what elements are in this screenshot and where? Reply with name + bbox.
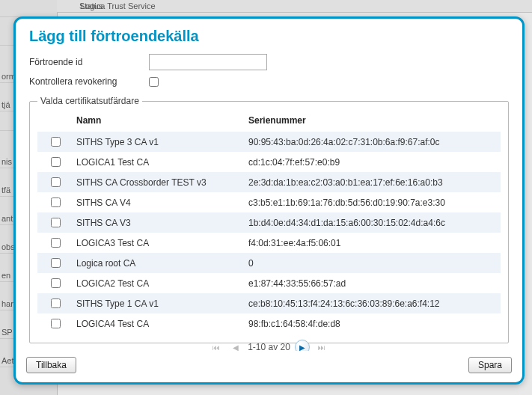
issuers-table: Namn Serienummer SITHS Type 3 CA v190:95… [37, 111, 501, 334]
table-row[interactable]: SITHS Type 1 CA v1ce:b8:10:45:13:f4:24:1… [37, 293, 501, 313]
page-next-icon[interactable]: ▶ [295, 340, 310, 351]
col-header-serial: Serienummer [245, 111, 501, 132]
form-row-trust-id: Förtroende id [29, 54, 509, 70]
table-row[interactable]: SITHS CA Crossborder TEST v32e:3d:da:1b:… [37, 172, 501, 192]
dialog-body: Förtroende id Kontrollera revokering Val… [16, 51, 522, 351]
row-checkbox-cell [37, 212, 73, 233]
row-serial: 2e:3d:da:1b:ea:c2:03:a0:b1:ea:17:ef:6e:1… [245, 172, 501, 192]
row-name: Logica root CA [73, 253, 245, 273]
row-serial: 0 [245, 253, 501, 273]
table-row[interactable]: LOGICA4 Test CA98:fb:c1:64:58:4f:de:d8 [37, 313, 501, 334]
table-row[interactable]: SITHS CA V4c3:b5:e1:1b:69:1a:76:db:5d:56… [37, 192, 501, 212]
row-name: LOGICA3 Test CA [73, 233, 245, 253]
row-checkbox[interactable] [51, 258, 61, 268]
table-row[interactable]: LOGICA2 Test CAe1:87:44:33:55:66:57:ad [37, 273, 501, 293]
bg-header-value: Logica Trust Service [81, 1, 156, 10]
row-checkbox-cell [37, 293, 73, 313]
row-name: SITHS CA V3 [73, 212, 245, 233]
row-checkbox[interactable] [51, 157, 61, 167]
table-row[interactable]: LOGICA1 Test CAcd:1c:04:7f:ef:57:e0:b9 [37, 152, 501, 172]
row-serial: 98:fb:c1:64:58:4f:de:d8 [245, 313, 501, 334]
page-last-icon: ⏭ [314, 340, 329, 351]
col-header-name: Namn [73, 111, 245, 132]
row-serial: f4:0d:31:ee:4a:f5:06:01 [245, 233, 501, 253]
paginator-text: 1-10 av 20 [248, 342, 290, 351]
issuers-legend: Valda certifikatsutfärdare [37, 96, 142, 106]
row-serial: c3:b5:e1:1b:69:1a:76:db:5d:56:d0:19:90:7… [245, 192, 501, 212]
row-name: LOGICA4 Test CA [73, 313, 245, 334]
row-checkbox[interactable] [51, 177, 61, 187]
revoke-checkbox[interactable] [149, 77, 159, 87]
table-row[interactable]: Logica root CA0 [37, 253, 501, 273]
row-checkbox[interactable] [51, 298, 61, 308]
save-button[interactable]: Spara [468, 357, 512, 373]
row-checkbox-cell [37, 253, 73, 273]
dialog-add-trust-source: Lägg till förtroendekälla Förtroende id … [13, 16, 525, 385]
row-checkbox[interactable] [51, 137, 61, 147]
row-serial: e1:87:44:33:55:66:57:ad [245, 273, 501, 293]
row-checkbox-cell [37, 273, 73, 293]
row-serial: cd:1c:04:7f:ef:57:e0:b9 [245, 152, 501, 172]
row-checkbox[interactable] [51, 319, 61, 328]
paginator: ⏮ ◀ 1-10 av 20 ▶ ⏭ [37, 334, 501, 351]
table-row[interactable]: SITHS Type 3 CA v190:95:43:ba:0d:26:4a:0… [37, 132, 501, 152]
row-checkbox[interactable] [51, 238, 61, 248]
row-name: LOGICA1 Test CA [73, 152, 245, 172]
row-checkbox-cell [37, 152, 73, 172]
page-prev-icon: ◀ [228, 340, 243, 351]
row-serial: 1b:d4:0e:d4:34:d1:da:15:a6:00:30:15:02:4… [245, 212, 501, 233]
row-checkbox-cell [37, 132, 73, 152]
row-serial: ce:b8:10:45:13:f4:24:13:6c:36:03:89:6e:a… [245, 293, 501, 313]
row-checkbox-cell [37, 172, 73, 192]
row-serial: 90:95:43:ba:0d:26:4a:02:c7:31:0b:6a:f9:6… [245, 132, 501, 152]
row-checkbox-cell [37, 192, 73, 212]
table-row[interactable]: LOGICA3 Test CAf4:0d:31:ee:4a:f5:06:01 [37, 233, 501, 253]
page-first-icon: ⏮ [209, 340, 224, 351]
row-checkbox-cell [37, 233, 73, 253]
back-button[interactable]: Tillbaka [26, 357, 76, 373]
col-header-select [37, 111, 73, 132]
row-name: SITHS Type 1 CA v1 [73, 293, 245, 313]
dialog-title: Lägg till förtroendekälla [16, 19, 522, 51]
row-checkbox[interactable] [51, 218, 61, 227]
row-name: SITHS CA Crossborder TEST v3 [73, 172, 245, 192]
row-name: LOGICA2 Test CA [73, 273, 245, 293]
row-checkbox-cell [37, 313, 73, 334]
row-name: SITHS Type 3 CA v1 [73, 132, 245, 152]
revoke-label: Kontrollera revokering [29, 76, 149, 87]
table-row[interactable]: SITHS CA V31b:d4:0e:d4:34:d1:da:15:a6:00… [37, 212, 501, 233]
trust-id-label: Förtroende id [29, 57, 149, 67]
form-row-revoke: Kontrollera revokering [29, 76, 509, 87]
row-checkbox[interactable] [51, 198, 61, 207]
table-header-row: Namn Serienummer [37, 111, 501, 132]
row-checkbox[interactable] [51, 278, 61, 288]
issuers-fieldset: Valda certifikatsutfärdare Namn Serienum… [29, 96, 509, 343]
trust-id-input[interactable] [149, 54, 267, 70]
dialog-footer: Tillbaka Spara [16, 351, 522, 382]
row-name: SITHS CA V4 [73, 192, 245, 212]
